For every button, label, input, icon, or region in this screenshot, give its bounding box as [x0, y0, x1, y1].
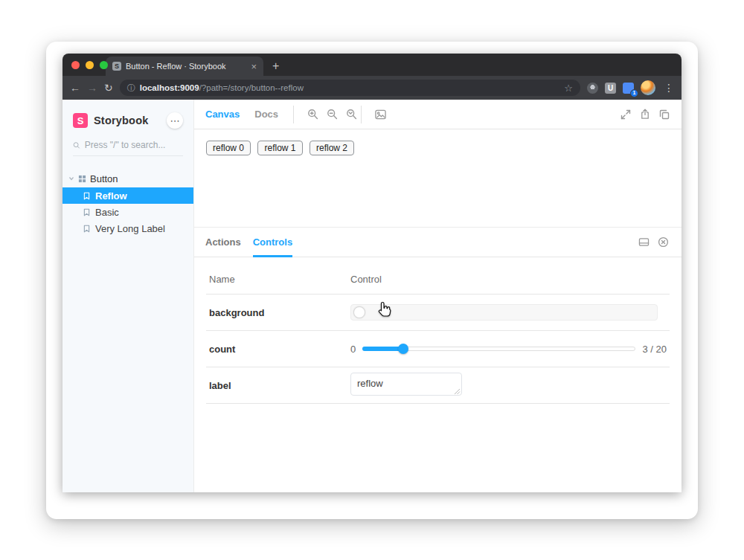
zoom-out-button[interactable] [322, 105, 341, 124]
chevron-down-icon [68, 176, 74, 181]
main-area: Canvas Docs reflow 0 reflow 1 [193, 100, 682, 492]
resize-grip-icon[interactable] [454, 388, 461, 395]
extension-badge: 1 [630, 89, 638, 97]
tab-title: Button - Reflow · Storybook [126, 62, 246, 71]
bookmark-star-icon[interactable]: ☆ [564, 83, 573, 94]
url-text: localhost:9009/?path=/story/button--refl… [140, 83, 560, 92]
close-panel-icon[interactable] [653, 233, 673, 252]
reload-button[interactable]: ↻ [104, 83, 113, 93]
count-range-control[interactable]: 0 3 / 20 [350, 344, 667, 355]
fullscreen-expand-icon[interactable] [616, 105, 635, 124]
addons-panel-tabs: Actions Controls [194, 228, 682, 257]
label-textarea[interactable]: reflow [350, 373, 462, 396]
sidebar-header: S Storybook ⋯ [62, 112, 193, 129]
background-toggle-icon[interactable] [371, 105, 390, 124]
extension-icon-blue[interactable]: 1 [623, 83, 634, 94]
background-color-control[interactable] [350, 304, 658, 321]
browser-tab[interactable]: S Button - Reflow · Storybook × [106, 57, 263, 76]
component-label: Button [90, 173, 118, 184]
sidebar-tree: Button Reflow Basic Very Long Label [62, 170, 193, 236]
addons-panel: Actions Controls Name Control background [194, 227, 682, 492]
zoom-reset-button[interactable] [341, 105, 361, 124]
browser-toolbar: ← → ↻ ⓘ localhost:9009/?path=/story/butt… [62, 76, 682, 100]
label-text-control: reflow [350, 373, 462, 398]
open-in-new-tab-icon[interactable] [635, 105, 655, 124]
arg-name: label [209, 380, 350, 391]
tab-favicon-icon: S [112, 62, 121, 71]
copy-link-icon[interactable] [655, 105, 674, 124]
range-value-label: 3 / 20 [642, 344, 667, 355]
browser-tab-strip: S Button - Reflow · Storybook × + [62, 54, 682, 76]
toolbar-divider [293, 106, 294, 123]
sidebar-component-button[interactable]: Button [62, 170, 193, 187]
storybook-logo-text[interactable]: Storybook [94, 115, 149, 126]
count-slider-fill [362, 347, 403, 351]
sidebar-story-very-long-label[interactable]: Very Long Label [62, 220, 193, 236]
panel-position-icon[interactable] [634, 233, 653, 252]
arg-name: background [209, 307, 350, 318]
traffic-light-minimize[interactable] [86, 61, 94, 69]
storybook-logo-icon[interactable]: S [73, 113, 88, 128]
search-icon [73, 141, 80, 149]
storybook-app: S Storybook ⋯ Button Reflo [62, 100, 682, 492]
sidebar-menu-button[interactable]: ⋯ [167, 112, 183, 129]
tab-actions[interactable]: Actions [205, 228, 241, 257]
search-input[interactable] [85, 140, 183, 150]
extension-icon-u[interactable]: U [605, 83, 616, 94]
browser-window: S Button - Reflow · Storybook × + ← → ↻ … [62, 54, 682, 492]
url-host: localhost:9009 [140, 83, 199, 92]
toolbar-divider [361, 106, 362, 123]
tab-canvas[interactable]: Canvas [205, 100, 240, 129]
traffic-lights [71, 61, 108, 69]
count-slider-thumb[interactable] [398, 344, 408, 354]
sidebar-story-reflow[interactable]: Reflow [62, 187, 193, 204]
screencast-frame: S Button - Reflow · Storybook × + ← → ↻ … [46, 42, 698, 519]
story-button-reflow-0[interactable]: reflow 0 [206, 141, 251, 155]
story-canvas: reflow 0 reflow 1 reflow 2 [194, 129, 682, 227]
traffic-light-zoom[interactable] [100, 61, 108, 69]
bookmark-icon [83, 192, 90, 200]
table-row-background: background [206, 295, 670, 331]
forward-button[interactable]: → [87, 83, 97, 93]
bookmark-icon [83, 208, 90, 216]
bookmark-icon [83, 225, 90, 233]
new-tab-button[interactable]: + [272, 59, 279, 73]
controls-table-header: Name Control [206, 263, 670, 295]
zoom-in-button[interactable] [303, 105, 322, 124]
profile-avatar[interactable] [641, 80, 655, 95]
table-row-label: label reflow [206, 367, 670, 404]
story-label: Basic [95, 207, 119, 218]
extension-icon-1[interactable] [587, 83, 598, 94]
range-min-label: 0 [350, 344, 356, 355]
url-path: /?path=/story/button--reflow [199, 83, 304, 92]
sidebar-search[interactable] [73, 140, 183, 156]
sidebar-story-basic[interactable]: Basic [62, 204, 193, 220]
arg-name: count [209, 344, 350, 355]
address-bar[interactable]: ⓘ localhost:9009/?path=/story/button--re… [120, 80, 580, 96]
extensions-area: U 1 ⋮ [587, 80, 674, 95]
color-swatch[interactable] [353, 306, 365, 318]
preview-toolbar: Canvas Docs [194, 100, 682, 129]
story-label: Reflow [95, 190, 127, 202]
controls-table: Name Control background count [206, 263, 670, 404]
sidebar: S Storybook ⋯ Button Reflo [62, 100, 193, 492]
component-grid-icon [78, 175, 86, 183]
back-button[interactable]: ← [70, 83, 80, 93]
story-label: Very Long Label [95, 223, 165, 234]
browser-menu-icon[interactable]: ⋮ [664, 82, 674, 94]
site-info-icon[interactable]: ⓘ [127, 83, 135, 94]
name-column-header: Name [209, 274, 350, 285]
count-slider[interactable] [362, 344, 635, 354]
table-row-count: count 0 3 / 20 [206, 331, 670, 367]
tab-close-icon[interactable]: × [251, 61, 257, 72]
story-button-reflow-2[interactable]: reflow 2 [310, 141, 354, 155]
tab-docs[interactable]: Docs [254, 100, 278, 129]
mouse-cursor-pointer [376, 301, 391, 318]
story-button-reflow-1[interactable]: reflow 1 [257, 141, 302, 155]
traffic-light-close[interactable] [71, 61, 80, 69]
tab-controls[interactable]: Controls [253, 228, 292, 257]
control-column-header: Control [350, 274, 667, 285]
